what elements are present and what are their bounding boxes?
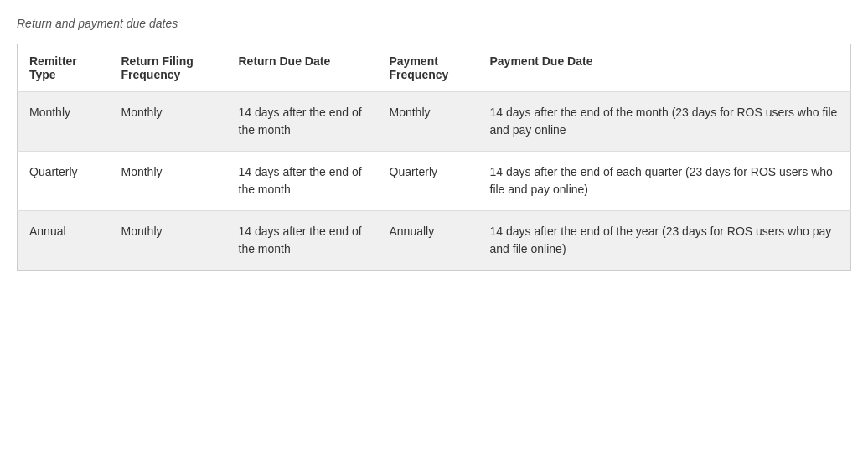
table-header-row: Remitter Type Return Filing Frequency Re… (18, 44, 851, 92)
remitter-type-cell: Annual (18, 211, 110, 271)
return-due-date-cell: 14 days after the end of the month (227, 211, 378, 271)
return-filing-freq-cell: Monthly (110, 152, 227, 211)
return-payment-table: Remitter Type Return Filing Frequency Re… (17, 44, 851, 271)
table-row: MonthlyMonthly14 days after the end of t… (18, 92, 851, 152)
table-title: Return and payment due dates (17, 17, 851, 30)
col-header-payment-due-date: Payment Due Date (478, 44, 851, 92)
remitter-type-cell: Monthly (18, 92, 110, 152)
col-header-remitter-type: Remitter Type (18, 44, 110, 92)
payment-due-date-cell: 14 days after the end of the year (23 da… (478, 211, 851, 271)
payment-frequency-cell: Annually (378, 211, 478, 271)
payment-frequency-cell: Quarterly (378, 152, 478, 211)
table-row: AnnualMonthly14 days after the end of th… (18, 211, 851, 271)
payment-due-date-cell: 14 days after the end of the month (23 d… (478, 92, 851, 152)
col-header-return-filing-freq: Return Filing Frequency (110, 44, 227, 92)
table-row: QuarterlyMonthly14 days after the end of… (18, 152, 851, 211)
col-header-return-due-date: Return Due Date (227, 44, 378, 92)
payment-due-date-cell: 14 days after the end of each quarter (2… (478, 152, 851, 211)
return-filing-freq-cell: Monthly (110, 92, 227, 152)
return-due-date-cell: 14 days after the end of the month (227, 92, 378, 152)
remitter-type-cell: Quarterly (18, 152, 110, 211)
return-filing-freq-cell: Monthly (110, 211, 227, 271)
col-header-payment-frequency: Payment Frequency (378, 44, 478, 92)
payment-frequency-cell: Monthly (378, 92, 478, 152)
return-due-date-cell: 14 days after the end of the month (227, 152, 378, 211)
